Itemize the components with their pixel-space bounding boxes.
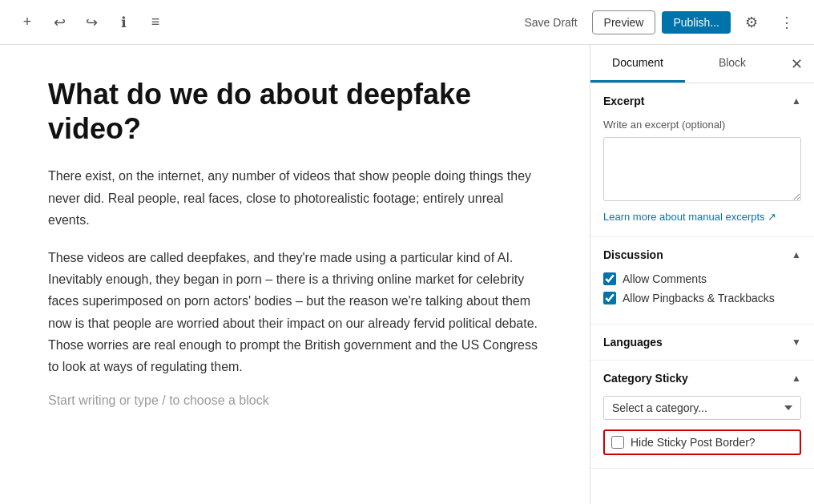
discussion-title: Discussion xyxy=(603,248,663,261)
toolbar: + ↩ ↪ ℹ ≡ Save Draft Preview Publish... … xyxy=(0,0,814,45)
tab-block[interactable]: Block xyxy=(685,45,780,83)
languages-section-header[interactable]: Languages ▼ xyxy=(590,325,814,360)
category-sticky-collapse-icon: ▲ xyxy=(792,373,801,384)
excerpt-label: Write an excerpt (optional) xyxy=(603,119,801,131)
paragraph-2: These videos are called deepfakes, and t… xyxy=(48,247,542,377)
excerpt-collapse-icon: ▲ xyxy=(792,95,801,107)
hide-sticky-checkbox[interactable] xyxy=(611,436,624,449)
hide-sticky-label: Hide Sticky Post Border? xyxy=(631,436,756,449)
publish-button[interactable]: Publish... xyxy=(662,11,731,34)
gear-icon: ⚙ xyxy=(745,14,758,31)
info-button[interactable]: ℹ xyxy=(109,8,138,37)
excerpt-textarea[interactable] xyxy=(603,137,801,201)
languages-collapse-icon: ▼ xyxy=(792,337,801,348)
discussion-section-header[interactable]: Discussion ▲ xyxy=(590,237,814,272)
save-draft-button[interactable]: Save Draft xyxy=(516,11,585,34)
preview-button[interactable]: Preview xyxy=(592,10,656,34)
hide-sticky-row: Hide Sticky Post Border? xyxy=(603,429,801,455)
redo-button[interactable]: ↪ xyxy=(77,8,106,37)
allow-comments-checkbox[interactable] xyxy=(603,272,616,285)
allow-pingbacks-checkbox[interactable] xyxy=(603,292,616,304)
more-options-button[interactable]: ⋮ xyxy=(772,8,801,37)
discussion-section: Discussion ▲ Allow Comments Allow Pingba… xyxy=(590,237,814,325)
toolbar-left: + ↩ ↪ ℹ ≡ xyxy=(13,8,170,37)
post-title[interactable]: What do we do about deepfake video? xyxy=(48,77,542,146)
tab-document[interactable]: Document xyxy=(590,45,685,83)
more-icon: ⋮ xyxy=(780,14,794,31)
undo-button[interactable]: ↩ xyxy=(45,8,74,37)
redo-icon: ↪ xyxy=(86,14,98,31)
discussion-collapse-icon: ▲ xyxy=(792,249,801,260)
main-content: What do we do about deepfake video? Ther… xyxy=(0,45,814,504)
category-sticky-section: Category Sticky ▲ Select a category... H… xyxy=(590,361,814,469)
block-placeholder[interactable]: Start writing or type / to choose a bloc… xyxy=(48,393,542,408)
languages-section: Languages ▼ xyxy=(590,325,814,361)
sidebar-tabs: Document Block ✕ xyxy=(590,45,814,83)
excerpt-link-text: Learn more about manual excerpts xyxy=(603,211,765,223)
info-icon: ℹ xyxy=(121,14,127,31)
category-select[interactable]: Select a category... xyxy=(603,396,801,420)
allow-pingbacks-label: Allow Pingbacks & Trackbacks xyxy=(623,292,775,304)
sidebar-close-button[interactable]: ✕ xyxy=(780,47,814,81)
excerpt-learn-more-link[interactable]: Learn more about manual excerpts ↗ xyxy=(603,211,776,223)
add-block-button[interactable]: + xyxy=(13,8,42,37)
allow-comments-row: Allow Comments xyxy=(603,272,801,285)
allow-comments-label: Allow Comments xyxy=(623,272,707,285)
languages-title: Languages xyxy=(603,336,663,349)
external-link-icon: ↗ xyxy=(768,211,776,223)
excerpt-section: Excerpt ▲ Write an excerpt (optional) Le… xyxy=(590,83,814,237)
add-icon: + xyxy=(23,14,32,30)
editor-area[interactable]: What do we do about deepfake video? Ther… xyxy=(0,45,590,504)
category-sticky-section-header[interactable]: Category Sticky ▲ xyxy=(590,361,814,396)
post-body: There exist, on the internet, any number… xyxy=(48,165,542,377)
allow-pingbacks-row: Allow Pingbacks & Trackbacks xyxy=(603,292,801,304)
category-sticky-content: Select a category... Hide Sticky Post Bo… xyxy=(590,396,814,468)
excerpt-content: Write an excerpt (optional) Learn more a… xyxy=(590,119,814,236)
category-sticky-title: Category Sticky xyxy=(603,372,688,385)
undo-icon: ↩ xyxy=(54,14,66,31)
discussion-content: Allow Comments Allow Pingbacks & Trackba… xyxy=(590,272,814,324)
settings-button[interactable]: ⚙ xyxy=(737,8,766,37)
menu-icon: ≡ xyxy=(151,14,160,30)
menu-button[interactable]: ≡ xyxy=(141,8,170,37)
sidebar: Document Block ✕ Excerpt ▲ Write an exce… xyxy=(590,45,814,504)
toolbar-right: Save Draft Preview Publish... ⚙ ⋮ xyxy=(516,8,801,37)
paragraph-1: There exist, on the internet, any number… xyxy=(48,165,542,231)
excerpt-title: Excerpt xyxy=(603,95,644,107)
excerpt-section-header[interactable]: Excerpt ▲ xyxy=(590,83,814,119)
